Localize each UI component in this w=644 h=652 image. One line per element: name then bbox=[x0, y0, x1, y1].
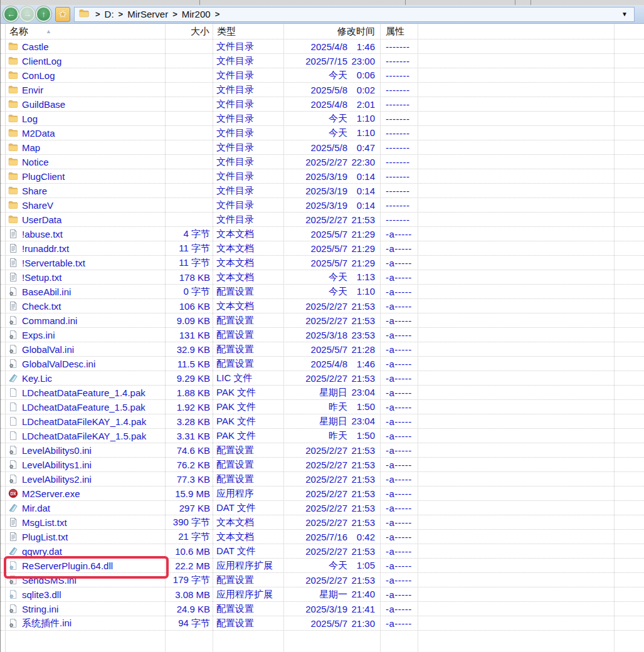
file-row[interactable]: Command.ini 9.09 KB 配置设置 2025/2/27 21:53… bbox=[1, 313, 644, 328]
file-type: 应用程序扩展 bbox=[213, 560, 283, 572]
file-size: 9.09 KB bbox=[165, 315, 213, 326]
file-name-cell: Check.txt bbox=[1, 301, 165, 312]
file-type: 配置设置 bbox=[213, 574, 283, 586]
file-modified: 今天 1:10 bbox=[283, 113, 380, 125]
folder-icon bbox=[8, 128, 18, 138]
file-row[interactable]: Log 文件目录 今天 1:10 ------- bbox=[1, 112, 644, 126]
breadcrumb-item-drive[interactable]: D: bbox=[105, 9, 114, 19]
file-row[interactable]: ShareV 文件目录 2025/3/19 0:14 ------- bbox=[1, 198, 644, 213]
file-attributes: -a----- bbox=[380, 359, 418, 369]
file-row[interactable]: !Setup.txt 178 KB 文本文档 今天 1:13 -a----- bbox=[1, 270, 644, 285]
file-row[interactable]: PlugList.txt 21 字节 文本文档 2025/7/16 0:42 -… bbox=[1, 530, 644, 544]
text-document-icon bbox=[8, 229, 18, 239]
file-row[interactable]: qqwry.dat 10.6 MB DAT 文件 2025/2/27 21:53… bbox=[1, 544, 644, 559]
file-row[interactable]: DX M2Server.exe 15.9 MB 应用程序 2025/2/27 2… bbox=[1, 486, 644, 501]
file-type: 文本文档 bbox=[213, 257, 283, 269]
file-attributes: ------- bbox=[380, 171, 418, 182]
file-row[interactable]: LevelAbilitys2.ini 77.3 KB 配置设置 2025/2/2… bbox=[1, 472, 644, 486]
file-modified: 2025/2/27 21:53 bbox=[283, 214, 380, 225]
file-name-cell: !abuse.txt bbox=[1, 229, 165, 239]
file-name-cell: !Setup.txt bbox=[1, 272, 165, 283]
file-modified-date: 今天 bbox=[329, 271, 347, 283]
folder-icon bbox=[8, 113, 18, 124]
notepad-file-icon bbox=[8, 373, 18, 383]
breadcrumb-item-mir200[interactable]: Mir200 bbox=[182, 9, 211, 19]
file-row[interactable]: Envir 文件目录 2025/5/8 0:02 ------- bbox=[1, 83, 644, 97]
breadcrumb-item-mirserver[interactable]: MirServer bbox=[127, 9, 168, 19]
blank-file-icon bbox=[8, 387, 18, 397]
file-type: 配置设置 bbox=[213, 618, 283, 629]
file-row[interactable]: Key.Lic 9.29 KB LIC 文件 2025/2/27 21:53 -… bbox=[1, 371, 644, 386]
up-button[interactable]: ↑ bbox=[37, 8, 50, 21]
file-attributes: -a----- bbox=[380, 474, 418, 485]
file-name-cell: LevelAbilitys1.ini bbox=[1, 460, 165, 470]
forward-button[interactable]: → bbox=[21, 8, 34, 21]
file-row[interactable]: LDcheatDataFeature_1.4.pak 1.88 KB PAK 文… bbox=[1, 386, 644, 400]
file-row[interactable]: LDcheatDataFileKAY_1.4.pak 3.28 KB PAK 文… bbox=[1, 414, 644, 429]
file-row[interactable]: Check.txt 106 KB 文本文档 2025/2/27 21:53 -a… bbox=[1, 299, 644, 313]
file-row[interactable]: sqlite3.dll 3.08 MB 应用程序扩展 星期一 21:40 -a-… bbox=[1, 587, 644, 602]
file-row[interactable]: GlobalVal.ini 32.9 KB 配置设置 2025/5/7 21:2… bbox=[1, 342, 644, 357]
file-type: 配置设置 bbox=[213, 344, 283, 355]
file-row[interactable]: UserData 文件目录 2025/2/27 21:53 ------- bbox=[1, 213, 644, 227]
file-name-cell: !runaddr.txt bbox=[1, 243, 165, 254]
favorites-button[interactable]: ★ bbox=[55, 7, 70, 22]
file-size: 390 字节 bbox=[165, 517, 213, 528]
file-row[interactable]: String.ini 24.9 KB 配置设置 2025/3/19 21:41 … bbox=[1, 602, 644, 616]
file-modified: 2025/5/8 0:47 bbox=[283, 142, 380, 153]
address-dropdown-icon[interactable]: ▼ bbox=[619, 11, 630, 18]
column-header-size[interactable]: 大小 bbox=[165, 26, 213, 38]
file-row[interactable]: PlugClient 文件目录 2025/3/19 0:14 ------- bbox=[1, 169, 644, 184]
address-breadcrumb-bar[interactable]: > D: > MirServer > Mir200 > ▼ bbox=[74, 7, 635, 22]
file-name: 系统插件.ini bbox=[22, 618, 71, 629]
file-name: MsgList.txt bbox=[22, 517, 67, 528]
file-row[interactable]: LevelAbilitys0.ini 74.6 KB 配置设置 2025/2/2… bbox=[1, 443, 644, 458]
folder-icon bbox=[8, 85, 18, 95]
file-row[interactable]: MsgList.txt 390 字节 文本文档 2025/2/27 21:53 … bbox=[1, 515, 644, 530]
file-row[interactable]: Share 文件目录 2025/3/19 0:14 ------- bbox=[1, 184, 644, 198]
file-modified-date: 2025/5/7 bbox=[311, 258, 347, 268]
file-size: 9.29 KB bbox=[165, 373, 213, 384]
file-row[interactable]: !abuse.txt 4 字节 文本文档 2025/5/7 21:29 -a--… bbox=[1, 227, 644, 241]
file-size: 1.88 KB bbox=[165, 387, 213, 398]
file-row[interactable]: LDcheatDataFileKAY_1.5.pak 3.31 KB PAK 文… bbox=[1, 429, 644, 443]
file-row[interactable]: !Servertable.txt 11 字节 文本文档 2025/5/7 21:… bbox=[1, 256, 644, 270]
file-row[interactable]: GuildBase 文件目录 2025/4/8 2:01 ------- bbox=[1, 97, 644, 112]
file-row[interactable]: ReServerPlugin.64.dll 22.2 MB 应用程序扩展 今天 … bbox=[1, 559, 644, 573]
file-row[interactable]: M2Data 文件目录 今天 1:10 ------- bbox=[1, 126, 644, 140]
file-size: 32.9 KB bbox=[165, 344, 213, 355]
column-header-attr[interactable]: 属性 bbox=[380, 26, 418, 38]
file-row[interactable]: Notice 文件目录 2025/2/27 22:30 ------- bbox=[1, 155, 644, 169]
file-row[interactable]: ConLog 文件目录 今天 0:06 ------- bbox=[1, 68, 644, 83]
file-modified-date: 今天 bbox=[329, 127, 347, 139]
file-row[interactable]: LevelAbilitys1.ini 76.2 KB 配置设置 2025/2/2… bbox=[1, 458, 644, 472]
file-modified: 今天 1:05 bbox=[283, 560, 380, 572]
file-name-cell: Log bbox=[1, 113, 165, 124]
file-row[interactable]: Exps.ini 131 KB 配置设置 2025/3/18 23:53 -a-… bbox=[1, 328, 644, 342]
file-row[interactable]: ClientLog 文件目录 2025/7/15 23:00 ------- bbox=[1, 54, 644, 68]
file-row[interactable]: SendSMS.ini 179 字节 配置设置 2025/2/27 21:53 … bbox=[1, 573, 644, 587]
file-name: Log bbox=[22, 113, 38, 124]
column-header-name[interactable]: 名称 ▲ bbox=[1, 26, 165, 38]
file-row[interactable]: Map 文件目录 2025/5/8 0:47 ------- bbox=[1, 140, 644, 155]
file-modified: 星期一 21:40 bbox=[283, 589, 380, 601]
file-row[interactable]: BaseAbil.ini 0 字节 配置设置 今天 1:10 -a----- bbox=[1, 285, 644, 299]
top-strip-divider bbox=[531, 0, 531, 5]
file-row[interactable]: Mir.dat 297 KB DAT 文件 2025/2/27 21:53 -a… bbox=[1, 501, 644, 515]
column-header-type[interactable]: 类型 bbox=[213, 26, 283, 38]
file-modified-time: 21:40 bbox=[347, 589, 375, 601]
file-row[interactable]: LDcheatDataFeature_1.5.pak 1.92 KB PAK 文… bbox=[1, 400, 644, 414]
file-row[interactable]: 系统插件.ini 94 字节 配置设置 2025/5/7 21:30 -a---… bbox=[1, 616, 644, 631]
file-modified: 昨天 1:50 bbox=[283, 401, 380, 413]
file-attributes: -a----- bbox=[380, 546, 418, 557]
file-modified-time: 21:53 bbox=[347, 301, 375, 312]
file-name-cell: MsgList.txt bbox=[1, 517, 165, 528]
file-modified-date: 2025/4/8 bbox=[311, 41, 347, 52]
file-row[interactable]: GlobalValDesc.ini 11.5 KB 配置设置 2025/4/8 … bbox=[1, 357, 644, 371]
file-row[interactable]: !runaddr.txt 11 字节 文本文档 2025/5/7 21:29 -… bbox=[1, 241, 644, 256]
file-name: Castle bbox=[22, 41, 49, 52]
file-attributes: ------- bbox=[380, 186, 418, 196]
column-header-modified[interactable]: 修改时间 bbox=[283, 26, 380, 38]
back-button[interactable]: ← bbox=[4, 8, 18, 21]
file-row[interactable]: Castle 文件目录 2025/4/8 1:46 ------- bbox=[1, 39, 644, 54]
